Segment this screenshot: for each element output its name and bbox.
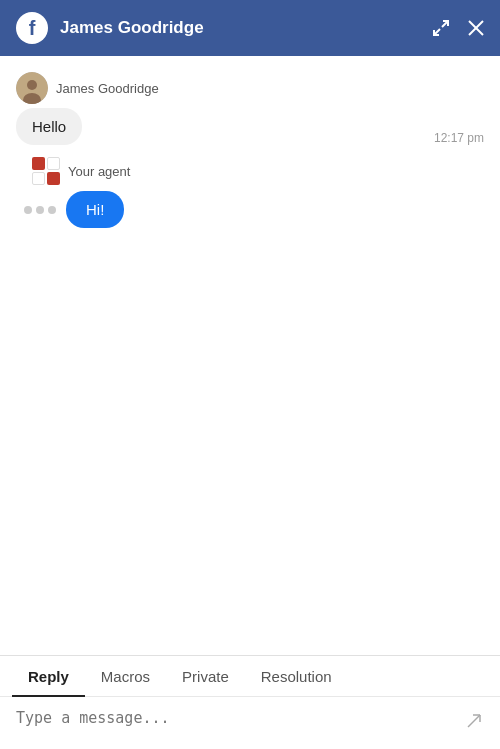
svg-point-5 <box>27 80 37 90</box>
incoming-bubble: Hello <box>16 108 82 145</box>
tab-private[interactable]: Private <box>166 656 245 697</box>
close-button[interactable] <box>468 19 484 37</box>
message-bubble-row: Hello 12:17 pm <box>16 108 484 145</box>
header-actions <box>432 19 484 37</box>
facebook-icon: f <box>16 12 48 44</box>
agent-logo-icon <box>32 157 60 185</box>
tab-macros[interactable]: Macros <box>85 656 166 697</box>
tab-resolution[interactable]: Resolution <box>245 656 348 697</box>
message-input[interactable] <box>16 709 464 733</box>
icon-cell-4 <box>47 172 60 185</box>
message-time: 12:17 pm <box>434 131 484 145</box>
tab-reply[interactable]: Reply <box>12 656 85 697</box>
dot-1 <box>24 206 32 214</box>
typing-dots <box>24 206 56 214</box>
chat-header: f James Goodridge <box>0 0 500 56</box>
agent-message-row: Your agent Hi! <box>16 157 484 228</box>
chat-area: James Goodridge Hello 12:17 pm Your agen… <box>0 56 500 655</box>
icon-cell-3 <box>32 172 45 185</box>
fb-letter: f <box>29 18 36 38</box>
header-title: James Goodridge <box>60 18 432 38</box>
agent-bubble-row: Hi! <box>24 191 484 228</box>
bottom-bar: Reply Macros Private Resolution <box>0 655 500 749</box>
tab-bar: Reply Macros Private Resolution <box>0 656 500 697</box>
send-icon <box>464 711 484 733</box>
icon-cell-1 <box>32 157 45 170</box>
agent-bubble: Hi! <box>66 191 124 228</box>
expand-button[interactable] <box>432 19 450 37</box>
agent-name: Your agent <box>68 164 130 179</box>
dot-2 <box>36 206 44 214</box>
agent-header: Your agent <box>24 157 484 185</box>
sender-info: James Goodridge <box>16 72 159 104</box>
user-avatar <box>16 72 48 104</box>
icon-cell-2 <box>47 157 60 170</box>
incoming-message: James Goodridge Hello 12:17 pm <box>16 72 484 145</box>
svg-line-7 <box>468 715 480 727</box>
sender-name: James Goodridge <box>56 81 159 96</box>
message-input-area <box>0 697 500 749</box>
dot-3 <box>48 206 56 214</box>
